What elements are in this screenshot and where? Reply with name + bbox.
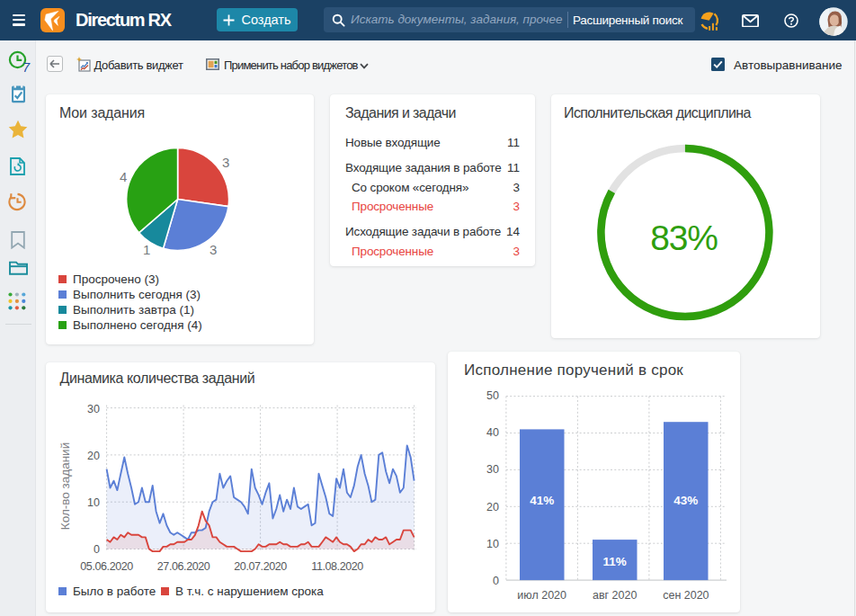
svg-text:11%: 11% bbox=[603, 555, 627, 568]
svg-text:41%: 41% bbox=[530, 494, 554, 507]
svg-text:7: 7 bbox=[22, 60, 31, 75]
svg-text:43%: 43% bbox=[673, 494, 698, 507]
